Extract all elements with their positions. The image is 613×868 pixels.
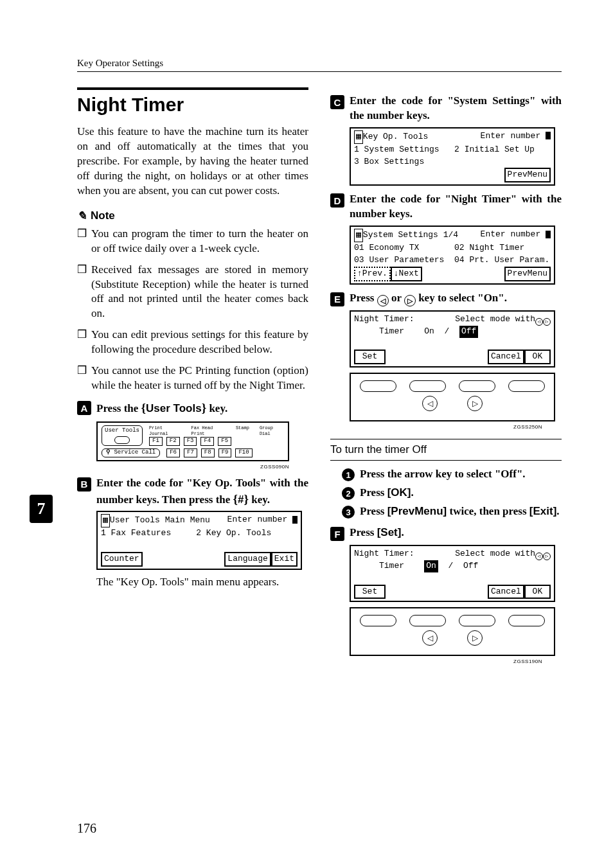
intro-paragraph: Use this feature to have the machine tur… [77,125,308,199]
page-header: Key Operator Settings [77,58,562,72]
step-number-icon: E [330,292,344,306]
result-text: The "Key Op. Tools" main menu appears. [96,575,308,590]
lcd-screen-night-timer-on: Night Timer:Select mode with◁▷ Timer On … [350,545,555,602]
step-2: B Enter the code for "Key Op. Tools" wit… [77,476,308,508]
step-number-icon: D [330,193,344,208]
lcd-screen-user-tools-main: ▦User Tools Main MenuEnter number 1 Fax … [96,511,302,569]
user-tools-panel-illustration: User Tools Print JournalFax Head PrintSt… [96,421,289,461]
right-arrow-icon: ▷ [467,396,483,411]
step-text: Press [Set]. [350,526,562,541]
step-4: D Enter the code for "Night Timer" with … [330,192,562,222]
right-column: C Enter the code for "System Settings" w… [330,87,562,671]
left-arrow-icon: ◁ [422,630,438,646]
sub-heading: To turn the timer Off [330,439,562,461]
substep-2: 2 Press [OK]. [342,486,562,500]
step-6: F Press [Set]. [330,526,562,541]
right-arrow-icon: ▷ [404,295,416,306]
step-text: Enter the code for "Night Timer" with th… [350,192,562,222]
note-item: Received fax messages are stored in memo… [77,263,308,322]
pencil-icon: ✎ [77,209,87,223]
substep-3: 3 Press [PrevMenu] twice, then press [Ex… [342,504,562,519]
arrow-keypad-illustration: ◁▷ [350,607,555,656]
substep-text: Press the arrow key to select "Off". [360,467,562,482]
illustration-code: ZGSS250N [330,424,542,430]
left-column: Night Timer Use this feature to have the… [77,87,308,671]
arrow-keypad-illustration: ◁▷ [350,373,555,421]
step-text: Enter the code for "System Settings" wit… [350,94,562,123]
page-number: 176 [77,821,96,836]
step-number-icon: A [77,401,91,415]
step-5: E Press ◁ or ▷ key to select "On". [330,291,562,306]
substep-number-icon: 1 [342,468,355,481]
step-3: C Enter the code for "System Settings" w… [330,94,562,123]
lcd-screen-night-timer-off: Night Timer:Select mode with◁▷ Timer On … [350,310,555,368]
note-label: Note [91,209,115,222]
note-item: You can edit previous settings for this … [77,328,308,357]
step-text: Press the {User Tools} key. [96,400,308,416]
step-text: Press ◁ or ▷ key to select "On". [350,291,562,306]
step-text: Enter the code for "Key Op. Tools" with … [96,476,308,508]
substep-number-icon: 3 [342,506,355,518]
substep-text: Press [OK]. [360,486,562,500]
illustration-code: ZGSS090N [77,464,289,470]
note-list: You can program the timer to turn the he… [77,227,308,393]
lcd-screen-key-op-tools: ▦Key Op. ToolsEnter number 1 System Sett… [350,127,555,186]
illustration-code: ZGSS190N [330,659,542,664]
left-arrow-icon: ◁ [422,396,438,411]
note-heading: ✎ Note [77,209,308,223]
step-number-icon: F [330,527,344,541]
substep-1: 1 Press the arrow key to select "Off". [342,467,562,482]
chapter-tab: 7 [30,495,53,523]
substep-text: Press [PrevMenu] twice, then press [Exit… [360,504,562,519]
left-arrow-icon: ◁ [377,295,389,306]
note-item: You can program the timer to turn the he… [77,227,308,256]
step-number-icon: C [330,95,344,109]
right-arrow-icon: ▷ [467,630,483,646]
substep-number-icon: 2 [342,487,355,500]
step-number-icon: B [77,477,91,492]
step-1: A Press the {User Tools} key. [77,400,308,416]
section-title: Night Timer [77,87,308,116]
lcd-screen-system-settings: ▦System Settings 1/4Enter number 01 Econ… [350,226,555,284]
note-item: You cannot use the PC Printing function … [77,364,308,393]
